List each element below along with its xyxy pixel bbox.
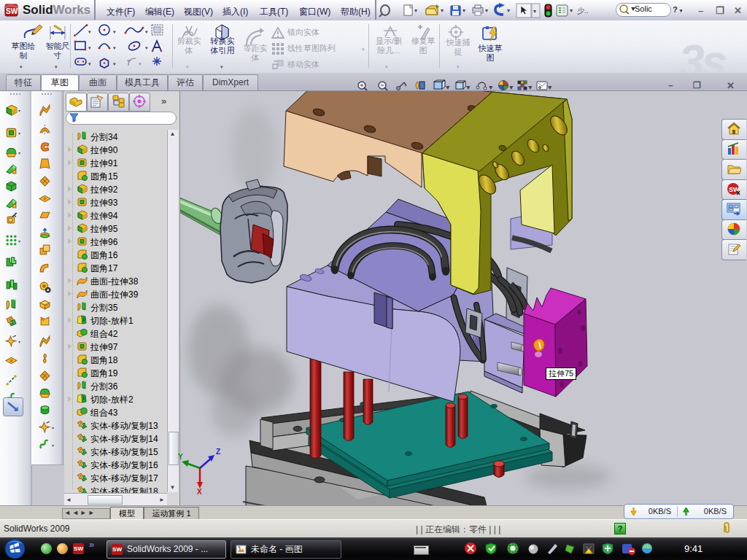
svg-text:▾: ▾	[441, 7, 444, 14]
svg-text:SW: SW	[6, 7, 18, 15]
svg-text:▾: ▾	[462, 7, 465, 14]
svg-text:▾: ▾	[510, 85, 513, 90]
svg-text:▾: ▾	[549, 85, 551, 90]
svg-text:▾: ▾	[88, 61, 91, 66]
svg-text:▾: ▾	[533, 8, 536, 15]
svg-text:▾: ▾	[139, 61, 142, 66]
svg-text:Z: Z	[216, 448, 220, 456]
svg-text:▾: ▾	[145, 29, 148, 34]
svg-text:▾: ▾	[485, 7, 488, 14]
svg-text:▾: ▾	[467, 85, 470, 90]
svg-text:▾: ▾	[88, 29, 91, 34]
svg-text:▾: ▾	[414, 7, 417, 14]
svg-text:Y: Y	[178, 453, 183, 461]
svg-text:▾: ▾	[446, 85, 449, 90]
svg-text:▾: ▾	[507, 7, 510, 14]
svg-text:▾: ▾	[529, 85, 532, 90]
svg-text:▾: ▾	[113, 29, 116, 34]
svg-text:X: X	[197, 488, 202, 495]
svg-text:▾: ▾	[570, 7, 573, 14]
svg-text:▾: ▾	[113, 61, 116, 66]
svg-text:▾: ▾	[489, 85, 492, 90]
svg-text:少..: 少..	[577, 7, 589, 15]
svg-text:▾: ▾	[145, 45, 148, 50]
svg-text:▾: ▾	[113, 45, 116, 50]
svg-text:▾: ▾	[88, 45, 91, 50]
